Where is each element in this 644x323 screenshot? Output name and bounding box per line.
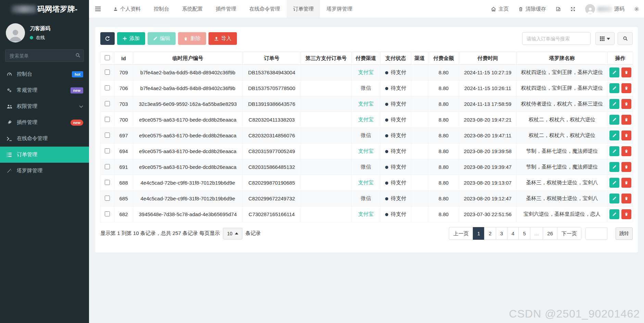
column-header-7[interactable]: 付费金额 (428, 52, 459, 65)
column-header-1[interactable]: 临时用户编号 (133, 52, 243, 65)
column-header-0[interactable]: Id (114, 52, 133, 65)
sidebar-item-auth[interactable]: 权限管理 (0, 98, 89, 114)
row-edit-button[interactable] (609, 178, 619, 188)
column-header-8[interactable]: 付费时间 (459, 52, 517, 65)
row-edit-button[interactable] (609, 146, 619, 156)
select-all-checkbox[interactable] (105, 55, 110, 60)
pencil-icon (612, 212, 617, 216)
docs-link[interactable] (551, 0, 566, 18)
cell-pay-time: 2024-11-15 10:27:19 (459, 65, 517, 80)
menu-search-input[interactable] (5, 49, 84, 62)
row-checkbox[interactable] (105, 70, 110, 75)
trash-icon (624, 196, 629, 201)
row-edit-button[interactable] (609, 194, 619, 203)
topnav-item-orders[interactable]: 订单管理 (287, 0, 320, 18)
column-header-4[interactable]: 付费渠道 (352, 52, 380, 65)
row-delete-button[interactable] (621, 146, 631, 156)
sidebar-item-console[interactable]: 控制台hot (0, 66, 89, 82)
cell-temp-user-no: 32c3ea95-6e09-9592-162a-6a55ba9e8293 (133, 96, 243, 112)
topnav-item-console[interactable]: 控制台 (147, 0, 176, 18)
page-button-5[interactable]: 5 (518, 227, 530, 240)
sidebar-item-commands[interactable]: 在线命令管理 (0, 131, 89, 147)
row-delete-button[interactable] (621, 115, 631, 125)
row-edit-button[interactable] (609, 162, 619, 172)
row-edit-button[interactable] (609, 115, 619, 125)
column-header-6[interactable]: 渠道 (411, 52, 428, 65)
row-edit-button[interactable] (609, 209, 619, 219)
page-button-2[interactable]: 2 (484, 227, 496, 240)
sidebar-item-orders[interactable]: 订单管理 (0, 147, 89, 163)
cell-order-no: C820320411338203 (243, 112, 301, 128)
online-status-label: 在线 (36, 35, 45, 41)
search-button[interactable] (618, 32, 633, 45)
topnav-item-tarot[interactable]: 塔罗牌管理 (320, 0, 359, 18)
refresh-button[interactable] (100, 32, 115, 45)
row-delete-button[interactable] (621, 194, 631, 203)
page-button-4[interactable]: 4 (507, 227, 519, 240)
row-delete-button[interactable] (621, 178, 631, 188)
page-button-26[interactable]: 26 (543, 227, 557, 240)
status-label: 待支付 (391, 164, 406, 170)
row-delete-button[interactable] (621, 131, 631, 140)
page-next-button[interactable]: 下一页 (557, 227, 581, 240)
table-row: 694e9ce0575-aa63-6170-bede-dcd8b26eaacaC… (101, 144, 633, 159)
row-edit-button[interactable] (609, 83, 619, 93)
page-button-3[interactable]: 3 (496, 227, 507, 240)
pencil-icon (612, 196, 617, 201)
sidebar-item-tarot[interactable]: 塔罗牌管理 (0, 163, 89, 179)
row-checkbox[interactable] (105, 164, 110, 169)
row-checkbox[interactable] (105, 180, 110, 185)
row-checkbox[interactable] (105, 101, 110, 106)
row-edit-button[interactable] (609, 67, 619, 77)
person-icon (8, 27, 23, 42)
columns-dropdown-button[interactable] (595, 32, 615, 45)
jump-page-input[interactable] (585, 227, 607, 240)
cell-actions (608, 207, 633, 222)
order-search-input[interactable] (522, 32, 591, 45)
cell-pay-status: 待支付 (380, 80, 411, 96)
column-header-9[interactable]: 塔罗牌名称 (517, 52, 608, 65)
import-button[interactable]: 导入 (209, 32, 237, 45)
page-size-dropdown[interactable]: 10 (223, 228, 242, 239)
select-all-header[interactable] (101, 52, 114, 65)
column-header-5[interactable]: 支付状态 (380, 52, 411, 65)
row-delete-button[interactable] (621, 162, 631, 172)
settings-link[interactable] (629, 0, 644, 18)
app-logo[interactable]: 码网塔罗牌- (0, 0, 89, 18)
row-delete-button[interactable] (621, 209, 631, 219)
topnav-item-profile[interactable]: 个人资料 (107, 0, 147, 18)
topnav-item-sysconfig[interactable]: 系统配置 (176, 0, 209, 18)
row-delete-button[interactable] (621, 83, 631, 93)
sidebar-item-general[interactable]: 常规管理new (0, 82, 89, 98)
row-checkbox[interactable] (105, 85, 110, 90)
column-header-10[interactable]: 操作 (608, 52, 633, 65)
topnav-item-commands[interactable]: 在线命令管理 (243, 0, 287, 18)
add-button[interactable]: 添加 (117, 32, 145, 45)
row-delete-button[interactable] (621, 99, 631, 109)
delete-button-label: 删除 (190, 35, 201, 42)
row-checkbox[interactable] (105, 196, 110, 201)
user-avatar[interactable] (6, 23, 25, 42)
row-edit-button[interactable] (609, 131, 619, 140)
row-select-cell (101, 191, 114, 207)
user-menu[interactable]: 源码 (580, 0, 629, 18)
column-header-2[interactable]: 订单号 (243, 52, 301, 65)
page-button-1[interactable]: 1 (473, 227, 484, 240)
column-header-3[interactable]: 第三方支付订单号 (301, 52, 352, 65)
row-edit-button[interactable] (609, 99, 619, 109)
row-checkbox[interactable] (105, 117, 110, 122)
sidebar-item-addons[interactable]: 插件管理new (0, 114, 89, 131)
row-delete-button[interactable] (621, 67, 631, 77)
jump-button[interactable]: 跳转 (616, 227, 633, 240)
clear-cache-link[interactable]: 清除缓存 (514, 0, 551, 18)
row-checkbox[interactable] (105, 133, 110, 138)
row-checkbox[interactable] (105, 211, 110, 216)
page-prev-button[interactable]: 上一页 (449, 227, 473, 240)
home-link[interactable]: 主页 (486, 0, 514, 18)
fullscreen-toggle[interactable] (566, 0, 580, 18)
edit-button[interactable]: 编辑 (148, 32, 176, 45)
row-checkbox[interactable] (105, 148, 110, 153)
topnav-item-plugins[interactable]: 插件管理 (209, 0, 243, 18)
delete-button[interactable]: 删除 (178, 32, 206, 45)
sidebar-toggle[interactable] (89, 0, 107, 18)
